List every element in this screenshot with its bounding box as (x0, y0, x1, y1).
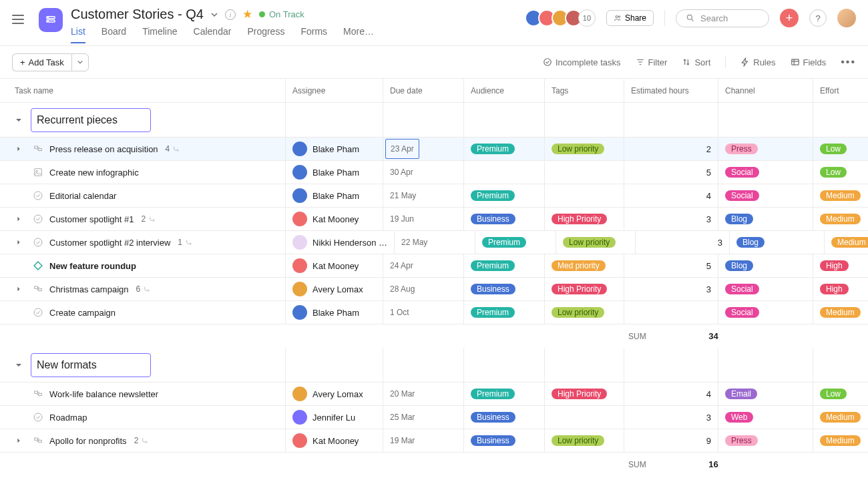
more-actions-button[interactable]: ••• (841, 56, 856, 68)
audience-pill[interactable]: Business (471, 412, 515, 423)
assignee-avatar[interactable] (292, 433, 307, 448)
due-date[interactable]: 21 May (390, 191, 416, 200)
audience-pill[interactable]: Business (471, 284, 515, 294)
col-due-date[interactable]: Due date (383, 79, 463, 102)
rules-button[interactable]: Rules (740, 57, 775, 67)
col-channel[interactable]: Channel (718, 79, 813, 102)
assignee-name[interactable]: Avery Lomax (312, 389, 363, 399)
project-icon[interactable] (39, 8, 63, 32)
assignee-name[interactable]: Nikki Henderson … (312, 238, 387, 248)
task-row[interactable]: Create campaign Blake Pham 1 Oct Premium… (0, 301, 868, 324)
col-tags[interactable]: Tags (544, 79, 624, 102)
estimated-hours[interactable]: 3 (706, 413, 711, 423)
task-name[interactable]: Press release on acquisition (49, 144, 158, 154)
channel-pill[interactable]: Press (725, 144, 758, 154)
member-avatars[interactable]: 10 (529, 9, 596, 27)
estimated-hours[interactable]: 3 (718, 238, 722, 248)
tag-pill[interactable]: High Priority (552, 284, 607, 294)
col-task-name[interactable]: Task name (0, 86, 285, 95)
expand-icon[interactable] (15, 216, 23, 222)
tag-pill[interactable]: High Priority (552, 389, 607, 399)
assignee-avatar[interactable] (292, 142, 307, 156)
channel-pill[interactable]: Press (725, 435, 758, 446)
audience-pill[interactable]: Premium (482, 237, 526, 248)
add-task-dropdown[interactable] (71, 53, 89, 71)
estimated-hours[interactable]: 9 (706, 436, 711, 446)
sort-button[interactable]: Sort (682, 57, 710, 67)
audience-pill[interactable]: Business (471, 435, 515, 446)
channel-pill[interactable]: Social (725, 307, 759, 318)
task-row[interactable]: Customer spotlight #2 interview 1 Nikki … (0, 231, 868, 254)
assignee-avatar[interactable] (292, 165, 307, 180)
effort-pill[interactable]: Medium (820, 435, 861, 446)
col-assignee[interactable]: Assignee (285, 79, 383, 102)
effort-pill[interactable]: Low (820, 167, 847, 178)
assignee-avatar[interactable] (292, 188, 307, 203)
assignee-name[interactable]: Jennifer Lu (312, 413, 355, 423)
task-row[interactable]: Christmas campaign 6 Avery Lomax 28 Aug … (0, 278, 868, 301)
tab-more[interactable]: More… (343, 26, 374, 43)
effort-pill[interactable]: High (820, 284, 849, 294)
assignee-avatar[interactable] (292, 212, 307, 226)
chevron-down-icon[interactable] (210, 11, 218, 19)
effort-pill[interactable]: Medium (820, 190, 861, 201)
estimated-hours[interactable]: 4 (706, 389, 711, 399)
global-add-button[interactable]: + (780, 9, 799, 27)
channel-pill[interactable]: Web (725, 412, 753, 423)
share-button[interactable]: Share (606, 10, 654, 26)
task-name[interactable]: Christmas campaign (49, 284, 129, 294)
audience-pill[interactable]: Premium (471, 389, 515, 399)
due-date[interactable]: 19 Mar (390, 436, 415, 445)
assignee-avatar[interactable] (292, 258, 307, 273)
section-name-input[interactable]: New formats (31, 353, 151, 377)
col-audience[interactable]: Audience (463, 79, 544, 102)
col-estimated-hours[interactable]: Estimated hours (624, 79, 718, 102)
task-name[interactable]: Apollo for nonprofits (49, 436, 127, 446)
tag-pill[interactable]: Low priority (552, 435, 604, 446)
due-date[interactable]: 30 Apr (390, 168, 413, 177)
effort-pill[interactable]: Medium (820, 412, 861, 423)
estimated-hours[interactable]: 3 (706, 284, 711, 294)
audience-pill[interactable]: Business (471, 214, 515, 224)
audience-pill[interactable]: Premium (471, 144, 515, 154)
expand-icon[interactable] (15, 437, 23, 444)
task-row[interactable]: Work-life balance newsletter Avery Lomax… (0, 383, 868, 406)
assignee-avatar[interactable] (292, 235, 307, 250)
audience-pill[interactable]: Premium (471, 260, 515, 271)
task-row[interactable]: Roadmap Jennifer Lu 25 Mar Business 3 We… (0, 406, 868, 429)
effort-pill[interactable]: Medium (820, 307, 861, 318)
menu-icon[interactable] (12, 11, 29, 28)
star-icon[interactable]: ★ (242, 7, 252, 21)
channel-pill[interactable]: Social (725, 167, 759, 178)
effort-pill[interactable]: Medium (820, 214, 861, 224)
assignee-name[interactable]: Kat Mooney (312, 214, 359, 224)
task-row[interactable]: Create new infographic Blake Pham 30 Apr… (0, 161, 868, 184)
tag-pill[interactable]: Low priority (563, 237, 616, 248)
filter-button[interactable]: Filter (636, 57, 668, 67)
tab-list[interactable]: List (71, 26, 85, 43)
tag-pill[interactable]: Med priority (552, 260, 606, 271)
task-name[interactable]: Work-life balance newsletter (49, 389, 158, 399)
tab-calendar[interactable]: Calendar (194, 26, 232, 43)
due-date[interactable]: 25 Mar (390, 413, 415, 422)
due-date[interactable]: 20 Mar (390, 389, 415, 399)
due-date[interactable]: 28 Aug (390, 284, 415, 294)
tag-pill[interactable]: High Priority (552, 214, 607, 224)
collapse-icon[interactable] (15, 361, 24, 369)
due-date[interactable]: 19 Jun (390, 214, 414, 224)
assignee-name[interactable]: Blake Pham (312, 144, 359, 154)
project-title[interactable]: Customer Stories - Q4 (71, 7, 204, 22)
task-row[interactable]: Customer spotlight #1 2 Kat Mooney 19 Ju… (0, 208, 868, 231)
task-row[interactable]: Press release on acquisition 4 Blake Pha… (0, 138, 868, 161)
audience-pill[interactable]: Premium (471, 307, 515, 318)
tab-progress[interactable]: Progress (247, 26, 284, 43)
help-button[interactable]: ? (809, 9, 827, 27)
effort-pill[interactable]: High (820, 260, 849, 271)
expand-icon[interactable] (15, 239, 23, 246)
estimated-hours[interactable]: 2 (706, 144, 711, 154)
channel-pill[interactable]: Email (725, 389, 757, 399)
section-name-input[interactable]: Recurrent pieces (31, 108, 151, 132)
tab-timeline[interactable]: Timeline (142, 26, 177, 43)
channel-pill[interactable]: Social (725, 190, 759, 201)
effort-pill[interactable]: Medium (831, 237, 868, 248)
